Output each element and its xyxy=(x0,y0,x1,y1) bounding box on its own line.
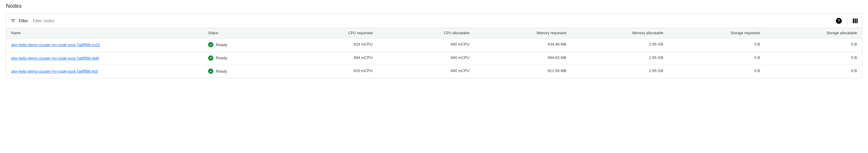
page-title: Nodes xyxy=(6,1,862,13)
help-icon[interactable]: ? xyxy=(836,18,842,24)
col-memory-allocatable[interactable]: Memory allocatable xyxy=(571,28,668,38)
cell-cpu-allocatable: 940 mCPU xyxy=(377,38,474,52)
status-text: Ready xyxy=(216,69,227,73)
filter-label: Filter xyxy=(19,19,28,23)
table-row: gke-hello-demo-cluster-my-node-pool-7a6f… xyxy=(6,38,862,52)
table-row: gke-hello-demo-cluster-my-node-pool-7a6f… xyxy=(6,65,862,78)
status-ready-icon xyxy=(208,68,213,74)
status-ready-icon xyxy=(208,42,213,47)
cell-memory-requested: 434.46 MB xyxy=(474,38,571,52)
cell-cpu-allocatable: 940 mCPU xyxy=(377,65,474,78)
table-row: gke-hello-demo-cluster-my-node-pool-7a6f… xyxy=(6,52,862,65)
cell-memory-requested: 911.56 MB xyxy=(474,65,571,78)
cell-storage-allocatable: 0 B xyxy=(765,38,862,52)
cell-storage-requested: 0 B xyxy=(668,38,765,52)
cell-cpu-requested: 694 mCPU xyxy=(281,52,377,65)
cell-memory-allocatable: 2.95 GB xyxy=(571,65,668,78)
col-status[interactable]: Status xyxy=(203,28,280,38)
status-ready-icon xyxy=(208,55,213,61)
status-text: Ready xyxy=(216,56,227,60)
cell-cpu-requested: 810 mCPU xyxy=(281,65,377,78)
divider xyxy=(847,17,847,24)
col-storage-requested[interactable]: Storage requested xyxy=(668,28,765,38)
columns-icon[interactable] xyxy=(853,19,858,23)
cell-cpu-requested: 629 mCPU xyxy=(281,38,377,52)
cell-memory-requested: 594.83 MB xyxy=(474,52,571,65)
table-header-row: Name Status CPU requested CPU allocatabl… xyxy=(6,28,862,38)
col-cpu-allocatable[interactable]: CPU allocatable xyxy=(377,28,474,38)
col-name[interactable]: Name xyxy=(6,28,203,38)
node-link[interactable]: gke-hello-demo-cluster-my-node-pool-7a6f… xyxy=(11,55,99,61)
node-link[interactable]: gke-hello-demo-cluster-my-node-pool-7a6f… xyxy=(11,42,100,48)
filter-input[interactable] xyxy=(33,19,836,23)
cell-storage-requested: 0 B xyxy=(668,52,765,65)
col-memory-requested[interactable]: Memory requested xyxy=(474,28,571,38)
col-cpu-requested[interactable]: CPU requested xyxy=(281,28,377,38)
filter-bar: Filter ? xyxy=(6,14,862,28)
cell-storage-allocatable: 0 B xyxy=(765,65,862,78)
cell-memory-allocatable: 2.95 GB xyxy=(571,38,668,52)
cell-storage-requested: 0 B xyxy=(668,65,765,78)
cell-storage-allocatable: 0 B xyxy=(765,52,862,65)
cell-memory-allocatable: 2.95 GB xyxy=(571,52,668,65)
col-storage-allocatable[interactable]: Storage allocatable xyxy=(765,28,862,38)
nodes-panel: Filter ? Name Status CPU requested xyxy=(6,13,862,78)
status-text: Ready xyxy=(216,42,227,47)
node-link[interactable]: gke-hello-demo-cluster-my-node-pool-7a6f… xyxy=(11,68,98,74)
filter-icon xyxy=(10,18,16,24)
nodes-table: Name Status CPU requested CPU allocatabl… xyxy=(6,28,862,78)
cell-cpu-allocatable: 940 mCPU xyxy=(377,52,474,65)
